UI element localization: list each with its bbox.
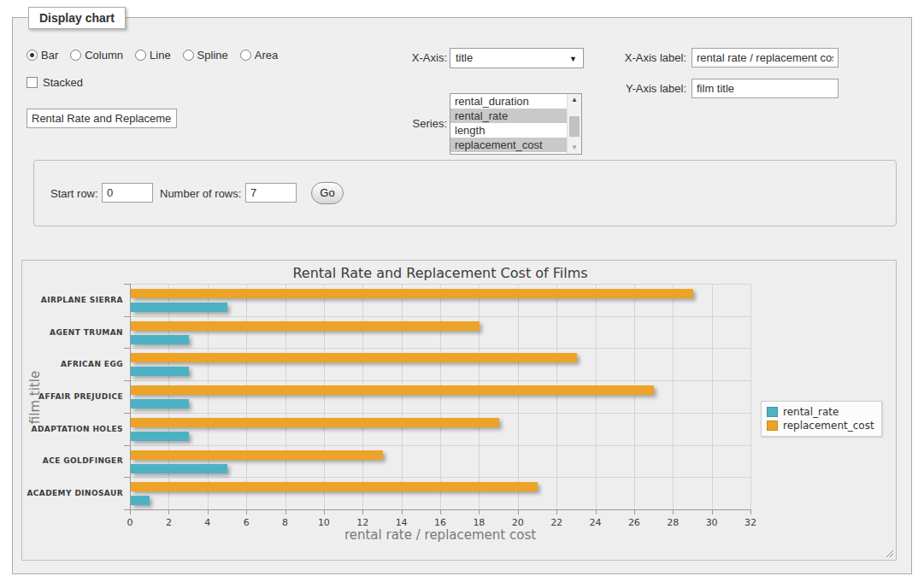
x-tick-label: 10: [310, 517, 338, 528]
num-rows-input[interactable]: [245, 183, 297, 203]
chart-type-radio-group: BarColumnLineSplineArea: [26, 49, 290, 62]
gridline-v: [285, 284, 286, 509]
bar-replacement_cost: [131, 482, 538, 491]
stacked-checkbox[interactable]: [26, 77, 38, 88]
bar-rental_rate: [131, 464, 227, 473]
category-label: AIRPLANE SIERRA: [22, 296, 123, 304]
start-row-label: Start row:: [50, 187, 98, 200]
chart-type-option-line[interactable]: Line: [135, 49, 171, 62]
scroll-down-icon[interactable]: ▼: [568, 142, 581, 154]
x-tick-label: 12: [349, 517, 376, 528]
x-tick-label: 20: [504, 517, 532, 528]
chart-area: Rental Rate and Replacement Cost of Film…: [21, 260, 897, 561]
chart-type-option-column[interactable]: Column: [70, 49, 123, 62]
category-label: AFFAIR PREJUDICE: [22, 392, 123, 401]
bar-rental_rate: [131, 496, 150, 505]
bar-replacement_cost: [131, 385, 654, 395]
bar-replacement_cost: [131, 418, 499, 427]
panel-title: Display chart: [28, 7, 126, 29]
y-axis-line: [130, 284, 131, 509]
gridline-v: [246, 284, 247, 509]
chart-legend: rental_ratereplacement_cost: [761, 401, 882, 437]
chevron-down-icon: ▼: [569, 50, 577, 68]
gridline-v: [402, 284, 403, 509]
category-label: ACADEMY DINOSAUR: [22, 489, 123, 497]
x-tick-label: 16: [427, 517, 454, 528]
gridline-h: [130, 284, 750, 285]
y-axis-tick: [124, 413, 130, 414]
x-axis-label-label: X-Axis label:: [609, 51, 686, 64]
series-list-scrollbar[interactable]: ▲ ▼: [567, 94, 581, 154]
x-tick-label: 14: [388, 517, 415, 528]
go-button[interactable]: Go: [311, 182, 344, 204]
display-chart-panel: Display chart BarColumnLineSplineArea St…: [12, 17, 912, 574]
start-row-input[interactable]: [102, 183, 153, 203]
gridline-h: [130, 413, 750, 414]
category-label: AGENT TRUMAN: [22, 328, 123, 337]
x-axis-tick: [750, 509, 751, 514]
bar-replacement_cost: [131, 289, 693, 298]
x-axis-select[interactable]: title ▼: [450, 48, 584, 68]
gridline-h: [130, 445, 750, 446]
radio-icon[interactable]: [183, 50, 194, 61]
gridline-v: [634, 284, 635, 509]
x-tick-label: 30: [698, 517, 726, 528]
gridline-h: [130, 380, 750, 381]
gridline-h: [130, 316, 750, 317]
bar-rental_rate: [131, 367, 189, 376]
gridline-v: [479, 284, 480, 509]
scrollbar-thumb[interactable]: [569, 116, 580, 137]
series-option-rental_duration[interactable]: rental_duration: [450, 94, 567, 109]
radio-label: Bar: [41, 49, 58, 62]
x-tick-label: 24: [582, 517, 609, 528]
x-axis-label-input[interactable]: [692, 48, 839, 68]
radio-label: Column: [85, 49, 123, 62]
x-axis-title: rental rate / replacement cost: [130, 527, 750, 543]
gridline-v: [440, 284, 441, 509]
radio-icon[interactable]: [26, 50, 38, 61]
series-option-length[interactable]: length: [450, 123, 567, 138]
x-tick-label: 8: [272, 517, 299, 528]
bar-rental_rate: [131, 335, 189, 344]
y-axis-label-input[interactable]: [692, 79, 839, 98]
gridline-v: [556, 284, 557, 509]
gridline-v: [750, 284, 751, 509]
bar-replacement_cost: [131, 321, 480, 331]
rows-panel: Start row: Number of rows: Go: [33, 160, 897, 226]
radio-icon[interactable]: [240, 50, 251, 61]
x-axis-line: [130, 509, 750, 510]
x-tick-label: 22: [543, 517, 570, 528]
series-option-rental_rate[interactable]: rental_rate: [450, 109, 567, 123]
x-tick-label: 32: [737, 517, 764, 528]
bar-replacement_cost: [131, 450, 383, 460]
x-axis-select-label: X-Axis:: [368, 51, 447, 64]
series-option-replacement_cost[interactable]: replacement_cost: [450, 138, 567, 152]
y-axis-tick: [124, 380, 130, 381]
x-tick-label: 18: [465, 517, 492, 528]
y-axis-label-label: Y-Axis label:: [609, 82, 686, 95]
gridline-h: [130, 477, 750, 478]
chart-type-option-spline[interactable]: Spline: [183, 49, 228, 62]
gridline-v: [324, 284, 325, 509]
scroll-up-icon[interactable]: ▲: [568, 94, 581, 106]
chart-type-option-area[interactable]: Area: [240, 49, 278, 62]
bar-replacement_cost: [131, 353, 577, 362]
gridline-v: [168, 284, 169, 509]
gridline-v: [518, 284, 519, 509]
y-axis-tick: [124, 445, 130, 446]
y-axis-tick: [124, 316, 130, 317]
category-label: ADAPTATION HOLES: [22, 425, 123, 433]
stacked-checkbox-row[interactable]: Stacked: [26, 76, 83, 89]
legend-label: rental_rate: [783, 406, 839, 418]
bar-rental_rate: [131, 399, 189, 409]
radio-icon[interactable]: [70, 50, 81, 61]
radio-icon[interactable]: [135, 50, 146, 61]
chart-type-option-bar[interactable]: Bar: [26, 49, 58, 62]
radio-label: Line: [150, 49, 171, 62]
num-rows-label: Number of rows:: [160, 187, 241, 200]
gridline-h: [130, 348, 750, 349]
chart-title-input[interactable]: [26, 109, 177, 128]
legend-label: replacement_cost: [783, 420, 874, 432]
resize-handle-icon[interactable]: [885, 549, 894, 558]
series-multiselect[interactable]: rental_durationrental_ratelengthreplacem…: [450, 93, 582, 155]
